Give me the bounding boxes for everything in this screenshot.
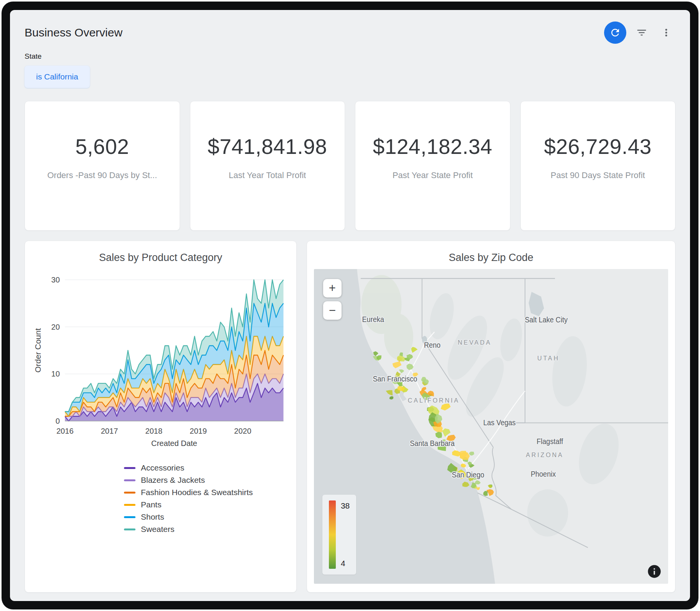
category-chart-title: Sales by Product Category [32, 252, 289, 264]
map-label-flagstaff: Flagstaff [537, 438, 563, 446]
refresh-button[interactable] [604, 21, 626, 44]
category-time-series-chart[interactable]: 010203020162017201820192020 Order Count … [32, 270, 289, 450]
legend-swatch [124, 528, 135, 530]
scorecard-orders: 5,602 Orders -Past 90 Days by St... [25, 101, 180, 231]
state-filter-chip[interactable]: is California [25, 66, 90, 88]
info-icon [647, 564, 662, 579]
filter-button[interactable] [632, 23, 651, 42]
legend-swatch [124, 479, 135, 481]
scorecard-value: $26,729.43 [544, 134, 652, 159]
scorecard-value: $741,841.98 [208, 134, 327, 159]
color-scale-min: 4 [341, 559, 350, 568]
legend-swatch [124, 516, 135, 518]
svg-text:2020: 2020 [234, 426, 251, 435]
scorecard-past-90-days-state-profit: $26,729.43 Past 90 Days State Profit [520, 101, 676, 231]
scorecard-value: 5,602 [75, 134, 129, 159]
dashboard-canvas: Business Overview State is California [10, 10, 690, 601]
map-label-california: CALIFORNIA [408, 397, 460, 405]
map-label-nevada: NEVADA [458, 339, 492, 346]
svg-text:0: 0 [56, 416, 60, 425]
map-label-phoenix: Phoenix [531, 470, 556, 479]
map-label-san-francisco: San Francisco [373, 375, 417, 383]
chart-series-areas[interactable] [65, 280, 283, 421]
category-chart-card: Sales by Product Category 01020302016201… [25, 241, 297, 593]
svg-text:10: 10 [51, 369, 59, 378]
legend-label: Pants [141, 500, 162, 509]
legend-swatch [124, 467, 135, 469]
legend-label: Sweaters [141, 525, 175, 534]
filter-field-label: State [25, 52, 675, 61]
map-label-salt-lake-city: Salt Lake City [525, 316, 568, 324]
svg-text:30: 30 [51, 275, 59, 284]
svg-text:20: 20 [51, 322, 59, 331]
scorecard-last-year-total-profit: $741,841.98 Last Year Total Profit [190, 101, 345, 231]
filter-icon [636, 27, 647, 38]
map-label-las-vegas: Las Vegas [483, 418, 515, 427]
legend-item-sweaters: Sweaters [124, 525, 289, 534]
page-title: Business Overview [25, 26, 122, 39]
svg-text:2019: 2019 [190, 426, 207, 435]
filter-bar: State is California [25, 52, 675, 88]
svg-text:2016: 2016 [56, 426, 74, 435]
zip-map-title: Sales by Zip Code [314, 252, 668, 264]
header: Business Overview [25, 21, 675, 45]
map-zoom-control: + − [323, 279, 342, 320]
map-label-arizona: ARIZONA [526, 451, 563, 459]
chart-legend: AccessoriesBlazers & JacketsFashion Hood… [124, 463, 289, 534]
map-label-san-diego: San Diego [452, 471, 484, 479]
y-axis-title: Order Count [33, 328, 42, 373]
scorecard-row: 5,602 Orders -Past 90 Days by St... $741… [25, 101, 675, 231]
color-scale-gradient [329, 500, 336, 569]
legend-item-shorts: Shorts [124, 512, 289, 522]
refresh-icon [609, 27, 621, 38]
svg-text:2018: 2018 [145, 426, 162, 435]
dashboard-frame: Business Overview State is California [2, 2, 698, 609]
zoom-out-button[interactable]: − [323, 301, 342, 320]
map-label-santa-barbara: Santa Barbara [410, 439, 455, 448]
legend-item-blazers-jackets: Blazers & Jackets [124, 476, 289, 485]
legend-item-fashion-hoodies-sweatshirts: Fashion Hoodies & Sweatshirts [124, 488, 289, 497]
scorecard-value: $124,182.34 [373, 134, 492, 159]
scorecard-label: Past Year State Profit [393, 170, 473, 180]
more-options-button[interactable] [657, 23, 675, 42]
color-scale-max: 38 [341, 501, 350, 510]
legend-label: Blazers & Jackets [141, 476, 205, 485]
legend-label: Shorts [141, 512, 164, 522]
scorecard-label: Past 90 Days State Profit [551, 170, 645, 180]
legend-item-pants: Pants [124, 500, 289, 509]
map-label-eureka: Eureka [362, 315, 384, 324]
kebab-icon [660, 27, 672, 38]
legend-label: Fashion Hoodies & Sweatshirts [141, 488, 253, 497]
header-actions [604, 21, 675, 44]
legend-swatch [124, 504, 135, 506]
charts-row: Sales by Product Category 01020302016201… [25, 241, 675, 593]
zip-map-card: Sales by Zip Code [307, 241, 675, 593]
scorecard-label: Orders -Past 90 Days by St... [47, 170, 157, 180]
x-axis-title: Created Date [151, 439, 197, 448]
map-label-reno: Reno [424, 341, 441, 349]
map-color-scale: 38 4 [322, 495, 356, 575]
legend-swatch [124, 492, 135, 494]
map-info-button[interactable] [647, 564, 662, 579]
map-label-utah: UTAH [537, 354, 560, 362]
scorecard-past-year-state-profit: $124,182.34 Past Year State Profit [355, 101, 510, 231]
legend-item-accessories: Accessories [124, 463, 289, 472]
zoom-in-button[interactable]: + [323, 279, 342, 297]
legend-label: Accessories [141, 463, 184, 472]
zip-code-map[interactable]: EurekaRenoSalt Lake CitySan FranciscoLas… [314, 269, 668, 584]
svg-text:2017: 2017 [101, 426, 118, 435]
scorecard-label: Last Year Total Profit [229, 170, 306, 180]
map-container[interactable]: EurekaRenoSalt Lake CitySan FranciscoLas… [314, 269, 668, 584]
